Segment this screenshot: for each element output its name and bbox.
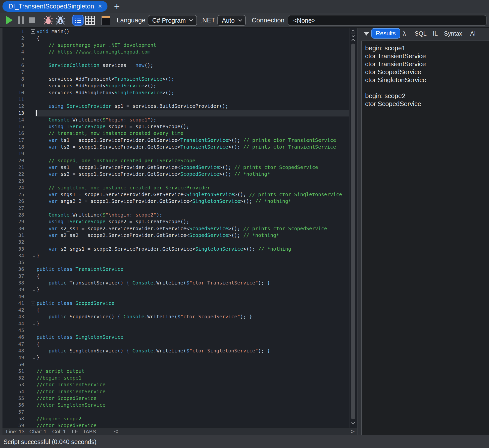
- code-line[interactable]: 26 var sngs2_2 = scope1.ServiceProvider.…: [2, 198, 357, 205]
- code-line[interactable]: 48 public SingletonService() { Console.W…: [2, 347, 357, 354]
- code-line[interactable]: 1void Main(): [2, 28, 357, 35]
- pause-button[interactable]: [18, 13, 25, 27]
- code-line[interactable]: 9 services.AddScoped<ScopedService>();: [2, 82, 357, 89]
- code-line[interactable]: 12 using ServiceProvider sp1 = services.…: [2, 103, 357, 110]
- code-line[interactable]: 54//ctor TransientService: [2, 388, 357, 395]
- code-line[interactable]: 40: [2, 293, 357, 300]
- code-line[interactable]: 30 var s2_ss1 = scope2.ServiceProvider.G…: [2, 225, 357, 232]
- connection-select[interactable]: <None>: [288, 15, 487, 26]
- rich-text-results-button[interactable]: [72, 15, 84, 26]
- code-line[interactable]: 5: [2, 55, 357, 62]
- code-line[interactable]: 14 Console.WriteLine($"begin: scope1");: [2, 116, 357, 123]
- code-line[interactable]: 19: [2, 150, 357, 157]
- hscroll-right-icon[interactable]: >: [350, 428, 355, 435]
- scrollbar-thumb[interactable]: [351, 44, 355, 419]
- fold-marker[interactable]: [25, 334, 35, 340]
- code-line[interactable]: 8 services.AddTransient<TransientService…: [2, 76, 357, 82]
- debug-button[interactable]: [44, 13, 53, 27]
- fold-marker[interactable]: [25, 28, 35, 35]
- code-editor[interactable]: 1void Main()2{3 // supercharge your .NET…: [2, 28, 357, 428]
- code-line[interactable]: 13: [2, 110, 357, 116]
- code-line[interactable]: 7: [2, 69, 357, 76]
- code-line[interactable]: 3 // supercharge your .NET development: [2, 42, 357, 49]
- code-line[interactable]: 27: [2, 205, 357, 212]
- code-line[interactable]: 55//ctor ScopedService: [2, 395, 357, 402]
- code-line[interactable]: 28 Console.WriteLine($"\nbegin: scope2")…: [2, 212, 357, 218]
- code-text: //ctor ScopedService: [35, 395, 97, 402]
- code-line[interactable]: 15 using IServiceScope scope1 = sp1.Crea…: [2, 123, 357, 130]
- scroll-down-icon[interactable]: [351, 422, 355, 425]
- code-line[interactable]: 24 // singleton, one instance created pe…: [2, 184, 357, 191]
- tab-sql[interactable]: SQL: [415, 30, 427, 37]
- code-line[interactable]: 37{: [2, 273, 357, 280]
- code-line[interactable]: 52//begin: scope1: [2, 375, 357, 381]
- code-line[interactable]: 53//ctor TransientService: [2, 381, 357, 388]
- hscroll-left-icon[interactable]: <: [114, 428, 118, 435]
- code-line[interactable]: 58//begin: scope2: [2, 415, 357, 422]
- code-line[interactable]: 25 var sngs1 = scope1.ServiceProvider.Ge…: [2, 191, 357, 198]
- new-tab-button[interactable]: +: [111, 0, 122, 12]
- code-line[interactable]: 22 var ss2 = scope1.ServiceProvider.GetS…: [2, 171, 357, 177]
- tab-il[interactable]: IL: [433, 30, 438, 37]
- debug-attach-button[interactable]: 1: [56, 13, 65, 27]
- fold-marker[interactable]: [25, 266, 35, 273]
- code-line[interactable]: 49}: [2, 354, 357, 361]
- code-line[interactable]: 38 public TransientService() { Console.W…: [2, 280, 357, 286]
- run-button[interactable]: [6, 13, 13, 27]
- code-line[interactable]: 44}: [2, 320, 357, 327]
- tab-ai[interactable]: AI: [470, 30, 476, 37]
- code-line[interactable]: 16 // transient, new instance created ev…: [2, 130, 357, 137]
- code-line[interactable]: 59//ctor ScopedService: [2, 422, 357, 428]
- code-line[interactable]: 33 var s2_sngs1 = scope2.ServiceProvider…: [2, 246, 357, 252]
- scroll-up-icon[interactable]: [351, 39, 355, 41]
- code-line[interactable]: 31 var s2_ss2 = scope2.ServiceProvider.G…: [2, 232, 357, 239]
- code-line[interactable]: 4 // https://www.learninglinqpad.com: [2, 49, 357, 55]
- code-line[interactable]: 11: [2, 96, 357, 103]
- code-line[interactable]: 2{: [2, 35, 357, 42]
- tab-lambda[interactable]: λ: [403, 30, 406, 37]
- line-number: 20: [2, 157, 25, 164]
- code-line[interactable]: 50: [2, 361, 357, 368]
- code-line[interactable]: 23: [2, 178, 357, 184]
- toolbar: 1 Language C# Program .NET Auto Connecti…: [0, 13, 489, 28]
- code-line[interactable]: 45: [2, 327, 357, 334]
- code-line[interactable]: 42{: [2, 307, 357, 313]
- tab-syntax[interactable]: Syntax: [444, 30, 462, 37]
- code-line[interactable]: 56//ctor SingletonService: [2, 402, 357, 408]
- data-grid-results-button[interactable]: [85, 16, 95, 25]
- code-line[interactable]: 21 var ss1 = scope1.ServiceProvider.GetS…: [2, 164, 357, 171]
- code-line[interactable]: 34}: [2, 252, 357, 259]
- code-line[interactable]: 6 ServiceCollection services = new();: [2, 62, 357, 69]
- tab-close-icon[interactable]: ×: [98, 2, 102, 10]
- code-line[interactable]: 20 // scoped, one instance created per I…: [2, 157, 357, 164]
- code-line[interactable]: 17 var ts1 = scope1.ServiceProvider.GetS…: [2, 137, 357, 144]
- fold-marker[interactable]: [25, 300, 35, 307]
- code-line[interactable]: 51// script output: [2, 368, 357, 375]
- code-line[interactable]: 10 services.AddSingleton<SingletonServic…: [2, 89, 357, 96]
- code-line[interactable]: 29 using IServiceScope scope2 = sp1.Crea…: [2, 218, 357, 225]
- code-text: //ctor TransientService: [35, 381, 105, 388]
- code-line[interactable]: 47{: [2, 341, 357, 347]
- code-line[interactable]: 41public class ScopedService: [2, 300, 357, 307]
- dotnet-version-select[interactable]: Auto: [217, 15, 246, 26]
- stop-button[interactable]: [29, 13, 35, 27]
- code-line[interactable]: 36public class TransientService: [2, 266, 357, 273]
- code-line[interactable]: 43 public ScopedService() { Console.Writ…: [2, 313, 357, 320]
- code-line[interactable]: 18 var ts2 = scope1.ServiceProvider.GetS…: [2, 144, 357, 150]
- code-line[interactable]: 46public class SingletonService: [2, 334, 357, 340]
- editor-vertical-scrollbar[interactable]: [349, 28, 357, 428]
- tab-results[interactable]: Results: [371, 28, 400, 39]
- code-line[interactable]: 32: [2, 239, 357, 245]
- query-tab[interactable]: DI_TransientScopedSingleton ×: [2, 1, 107, 12]
- output-line: [365, 84, 489, 92]
- status-col: Col: 1: [52, 428, 66, 435]
- list-line: [77, 22, 81, 23]
- results-dropdown-icon[interactable]: [364, 32, 369, 36]
- results-panel-layout-button[interactable]: [101, 16, 110, 25]
- code-line[interactable]: 57: [2, 409, 357, 415]
- splitter-grip-icon[interactable]: [350, 29, 356, 37]
- code-line[interactable]: 35: [2, 259, 357, 266]
- language-select[interactable]: C# Program: [148, 15, 197, 26]
- code-text: [35, 55, 37, 62]
- code-line[interactable]: 39}: [2, 286, 357, 293]
